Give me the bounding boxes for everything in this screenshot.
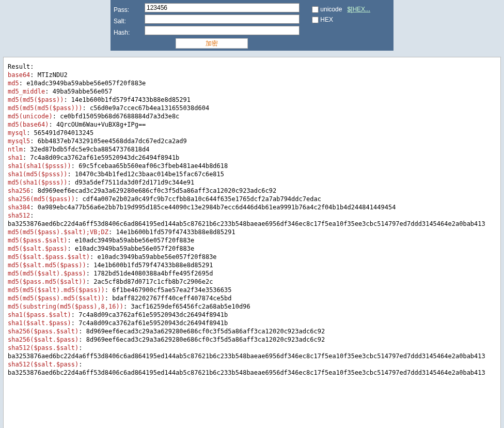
salt-input[interactable] [145, 14, 300, 24]
hash-value: 565491d704013245 [34, 129, 94, 136]
hex-label: HEX [320, 16, 333, 23]
result-row: ba3253876aed6bc22d4a6ff53d8406c6ad864195… [8, 220, 496, 228]
encrypt-button[interactable]: 加密 [176, 38, 248, 49]
result-row: sha1(md5($psss)): 10470c3b4b1fed12c3baac… [8, 170, 496, 178]
hash-value: ce0bfd15059b68d67688884d7a3d3e8c [60, 113, 179, 120]
form-labels: Pass: Salt: Hash: [114, 2, 145, 49]
hash-value: cdf4a007e2b02a0c49fc9b7ccfbb8a10c644f635… [83, 195, 321, 203]
form-inputs: 加密 [145, 2, 308, 49]
hash-key: md5(base64) [8, 121, 49, 128]
hash-key: md5(sha1($psss)) [8, 179, 68, 186]
hash-key: md5(md5($salt).$pass) [8, 270, 86, 277]
hash-value: 7c4a8d09ca3762af61e59520943dc26494f8941b [78, 319, 228, 327]
hex-checkbox[interactable] [312, 17, 319, 23]
hash-key: md5($salt.$pass) [8, 245, 68, 252]
hash-key: mysql5 [8, 137, 30, 145]
hash-key: sha512($pass.$salt) [8, 344, 78, 351]
hash-value: 8d969eef6ecad3c29a3a629280e686cf0c3f5d5a… [86, 336, 325, 343]
hash-value: 14e1b600b1fd579f47433b88e8d85291 [116, 228, 235, 236]
unicode-label: unicode [320, 6, 342, 13]
hash-value: 1782bd51de4080388a4bffe495f2695d [93, 270, 213, 277]
unicode-option[interactable]: unicode $[HEX... [312, 4, 390, 14]
result-row: ntlm: 32ed87bdb5fdc5e9cba88547376818d4 [8, 145, 496, 154]
hash-value: e10adc3949ba59abbe56e057f20f883e [26, 80, 146, 87]
hash-key: md5(md5($salt).md5($pass)) [8, 286, 105, 294]
result-row: md5(md5($pass).$salt);VB;DZ: 14e1b600b1f… [8, 228, 496, 236]
hash-value: 7c4a8d09ca3762af61e59520943dc26494f8941b [78, 311, 228, 318]
result-row: md5_middle: 49ba59abbe56e057 [8, 87, 496, 96]
hash-key: md5(md5($pass).md5($salt)) [8, 295, 105, 302]
result-row: sha256($salt.$pass): 8d969eef6ecad3c29a3… [8, 335, 496, 344]
hash-key: md5(md5($pass).$salt);VB;DZ [8, 228, 108, 236]
hash-value: c56d0e9a7ccec67b4ea131655038d604 [90, 104, 209, 112]
result-row: base64: MTIzNDU2 [8, 71, 496, 79]
hash-key: sha512 [8, 212, 30, 219]
pass-input[interactable] [145, 3, 300, 12]
result-row: md5($salt.md5($pass)): 14e1b600b1fd579f4… [8, 261, 496, 269]
hash-key: sha1($salt.$pass) [8, 319, 71, 327]
hash-value: 14e1b600b1fd579f47433b88e8d85291 [71, 96, 191, 103]
result-row: sha1(sha1($psss)): 69c5fcebaa65b560eaf06… [8, 162, 496, 170]
hash-value: d93a5def7511da3d0f2d171d9c344e91 [75, 179, 194, 186]
result-title: Result: [8, 63, 496, 71]
hash-key: md5(md5($pass)) [8, 96, 64, 103]
result-row: md5(md5($pass)): 14e1b600b1fd579f47433b8… [8, 96, 496, 104]
hash-value: e10adc3949ba59abbe56e057f20f883e [75, 245, 194, 252]
result-row: sha512: [8, 211, 496, 220]
result-row: sha1($pass.$salt): 7c4a8d09ca3762af61e59… [8, 311, 496, 319]
hash-key: md5 [8, 80, 19, 87]
hash-value: e10adc3949ba59abbe56e057f20f883e [97, 253, 216, 261]
hex-link[interactable]: $[HEX... [347, 6, 370, 13]
result-row: sha1($salt.$pass): 7c4a8d09ca3762af61e59… [8, 319, 496, 327]
unicode-checkbox[interactable] [312, 6, 319, 13]
result-panel: Result: base64: MTIzNDU2md5: e10adc3949b… [3, 57, 501, 428]
hash-key: sha512($salt.$pass) [8, 361, 78, 368]
hash-value: e10adc3949ba59abbe56e057f20f883e [75, 237, 194, 244]
result-row: md5(md5($salt).md5($pass)): 6f1be467900c… [8, 286, 496, 294]
hash-value: 8d969eef6ecad3c29a3a629280e686cf0c3f5d5a… [38, 187, 276, 194]
hash-key: md5_middle [8, 88, 45, 95]
result-row: sha512($salt.$pass): [8, 360, 496, 369]
hash-value: 7c4a8d09ca3762af61e59520943dc26494f8941b [30, 154, 179, 161]
hash-key: mysql [8, 129, 26, 136]
result-row: mysql5: 6bb4837eb74329105ee4568dda7dc67e… [8, 137, 496, 145]
hash-key: base64 [8, 71, 30, 79]
hash-value: 2ac5cf8bd87d0717c1cfb8b7c2906e2c [93, 278, 213, 285]
result-row: sha1: 7c4a8d09ca3762af61e59520943dc26494… [8, 154, 496, 162]
hash-key: md5($salt.$pass.$salt) [8, 253, 90, 261]
result-row: mysql: 565491d704013245 [8, 129, 496, 137]
hash-key: sha384 [8, 204, 30, 211]
hash-value: 3acf16259def65456fc2a68ab5e10d96 [131, 303, 250, 310]
result-row: md5($pass.md5($salt)): 2ac5cf8bd87d0717c… [8, 278, 496, 286]
result-row: sha256(md5($pass)): cdf4a007e2b02a0c49fc… [8, 195, 496, 203]
hash-value: ba3253876aed6bc22d4a6ff53d8406c6ad864195… [8, 220, 485, 227]
result-row: md5($salt.$pass.$salt): e10adc3949ba59ab… [8, 253, 496, 261]
hash-value: 4QrcOUm6Wau+VuBX8g+IPg== [56, 121, 146, 128]
hash-key: md5(md5(md5($pass))) [8, 104, 83, 112]
hash-key: md5(unicode) [8, 113, 53, 120]
result-row: md5(unicode): ce0bfd15059b68d67688884d7a… [8, 112, 496, 120]
hash-value: 32ed87bdb5fdc5e9cba88547376818d4 [30, 146, 149, 153]
hash-value: 8d969eef6ecad3c29a3a629280e686cf0c3f5d5a… [86, 328, 325, 335]
hash-value: 6bb4837eb74329105ee4568dda7dc67ed2ca2ad9 [38, 137, 187, 145]
result-row: md5: e10adc3949ba59abbe56e057f20f883e [8, 79, 496, 87]
hash-value: 69c5fcebaa65b560eaf06c3fbeb481ae44b8d618 [78, 162, 228, 170]
hash-key: sha256($salt.$pass) [8, 336, 78, 343]
hash-key: sha256($pass.$salt) [8, 328, 78, 335]
hash-key: sha256(md5($pass)) [8, 195, 75, 203]
hash-key: sha1 [8, 154, 23, 161]
hash-key: sha256 [8, 187, 30, 194]
hash-value: ba3253876aed6bc22d4a6ff53d8406c6ad864195… [8, 369, 485, 376]
result-row: ba3253876aed6bc22d4a6ff53d8406c6ad864195… [8, 352, 496, 360]
result-row: md5($salt.$pass): e10adc3949ba59abbe56e0… [8, 244, 496, 253]
hash-input[interactable] [145, 26, 300, 35]
result-row: md5(md5($pass).md5($salt)): bdaff8220276… [8, 294, 496, 302]
hex-option[interactable]: HEX [312, 14, 390, 25]
hash-key: md5(substring(md5($pass),8,16)) [8, 303, 123, 310]
hash-form: Pass: Salt: Hash: 加密 unicode $[HEX... HE… [111, 0, 393, 51]
result-row: md5(md5(md5($pass))): c56d0e9a7ccec67b4e… [8, 104, 496, 112]
hash-value: ba3253876aed6bc22d4a6ff53d8406c6ad864195… [8, 353, 485, 360]
result-row: sha256: 8d969eef6ecad3c29a3a629280e686cf… [8, 187, 496, 195]
salt-label: Salt: [114, 16, 145, 27]
result-row: sha384: 0a989ebc4a77b56a6e2bb7b19d995d18… [8, 203, 496, 211]
